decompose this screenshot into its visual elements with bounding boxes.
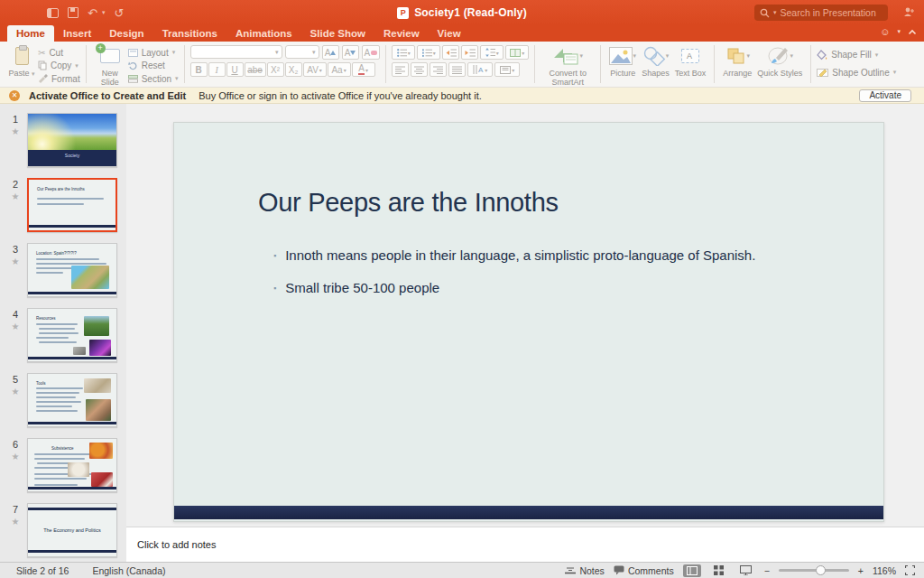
slide-5-thumbnail[interactable]: Tools <box>27 373 117 427</box>
numbering-button[interactable]: ▾ <box>417 45 440 60</box>
slide-3-thumbnail[interactable]: Location: Spain?!?!?!? <box>27 243 117 297</box>
zoom-slider-knob[interactable] <box>816 565 826 575</box>
layout-button[interactable]: Layout ▾ <box>128 46 179 59</box>
paste-button[interactable]: Paste ▾ <box>5 45 38 78</box>
slide-counter[interactable]: Slide 2 of 16 <box>16 565 69 576</box>
tab-design[interactable]: Design <box>100 25 152 42</box>
font-name-select[interactable]: ▾ <box>190 45 282 59</box>
slide-body-placeholder[interactable]: ▪ Innoth means people in their language,… <box>273 247 755 297</box>
slide-4-thumbnail[interactable]: Resources <box>27 308 117 362</box>
slideshow-view-button[interactable] <box>737 564 755 577</box>
character-spacing-button[interactable]: AV▾ <box>303 62 327 77</box>
tab-view[interactable]: View <box>429 25 470 42</box>
zoom-out-button[interactable]: − <box>764 565 770 576</box>
notes-placeholder[interactable]: Click to add notes <box>137 539 216 550</box>
slide-sorter-view-button[interactable] <box>710 564 728 577</box>
thumbnail-row-7: 7★ The Economy and Politics <box>7 503 126 559</box>
toggle-notes-button[interactable]: Notes <box>565 565 604 576</box>
subscript-button[interactable]: X₂ <box>285 62 302 77</box>
slide-6-thumbnail[interactable]: Subsistence <box>27 438 117 492</box>
tab-slide-show[interactable]: Slide Show <box>301 25 374 42</box>
share-icon[interactable] <box>902 6 915 17</box>
slide-editor-area[interactable]: Our Peeps are the Innoths ▪ Innoth means… <box>126 104 924 527</box>
zoom-slider[interactable] <box>779 569 849 572</box>
tab-home[interactable]: Home <box>7 25 54 42</box>
decrease-indent-button[interactable] <box>442 45 459 60</box>
columns-button[interactable]: ▾ <box>505 45 529 60</box>
align-center-button[interactable] <box>411 62 428 77</box>
text-direction-button[interactable]: A ▾ <box>467 62 493 77</box>
tab-animations[interactable]: Animations <box>226 25 301 42</box>
transition-star-icon: ★ <box>12 126 20 136</box>
bullet-item: ▪ Innoth means people in their language,… <box>273 247 755 265</box>
bold-button[interactable]: B <box>190 62 208 77</box>
language-indicator[interactable]: English (Canada) <box>92 565 165 576</box>
search-input[interactable]: ▾ Search in Presentation <box>754 5 888 21</box>
picture-button[interactable]: ▾ Picture <box>606 45 639 78</box>
slide-thumbnail-pane[interactable]: 1★ Society 2★ Our Peeps are the Innoths … <box>0 104 126 562</box>
convert-to-smartart-button[interactable]: ▾ Convert to SmartArt <box>541 45 595 88</box>
svg-text:A: A <box>687 51 692 61</box>
tab-review[interactable]: Review <box>374 25 429 42</box>
superscript-button[interactable]: X² <box>267 62 284 77</box>
feedback-smiley-icon[interactable]: ☺ <box>880 26 890 37</box>
normal-view-button[interactable] <box>683 564 701 577</box>
transition-star-icon: ★ <box>12 452 20 461</box>
bullets-button[interactable]: ▾ <box>392 45 415 60</box>
italic-button[interactable]: I <box>208 62 226 77</box>
increase-indent-button[interactable] <box>461 45 478 60</box>
redo-icon[interactable]: ↺ <box>114 7 124 19</box>
slides-group: New Slide Layout ▾ Reset Section ▾ <box>87 42 184 87</box>
quick-styles-button[interactable]: ▾ Quick Styles <box>754 45 805 78</box>
format-painter-button[interactable]: Format <box>38 72 80 85</box>
text-box-button[interactable]: A Text Box <box>672 45 709 78</box>
current-slide-canvas[interactable]: Our Peeps are the Innoths ▪ Innoth means… <box>173 122 884 522</box>
arrange-button[interactable]: ▾ Arrange <box>720 45 754 78</box>
reset-button[interactable]: Reset <box>128 60 179 72</box>
search-scope-caret-icon[interactable]: ▾ <box>773 9 777 16</box>
new-slide-icon <box>100 49 120 63</box>
new-slide-button[interactable]: New Slide <box>92 45 128 88</box>
shape-fill-button[interactable]: Shape Fill ▾ <box>817 49 896 61</box>
cut-button[interactable]: ✂ Cut <box>38 46 80 59</box>
align-text-button[interactable]: ▾ <box>494 62 520 77</box>
underline-button[interactable]: U <box>226 62 244 77</box>
font-size-select[interactable]: ▾ <box>285 45 319 59</box>
align-left-button[interactable] <box>392 62 409 77</box>
slide-1-thumbnail[interactable]: Society <box>27 113 117 167</box>
slide-title[interactable]: Our Peeps are the Innoths <box>258 188 559 218</box>
zoom-percentage[interactable]: 116% <box>873 565 896 576</box>
justify-button[interactable] <box>448 62 466 77</box>
section-button[interactable]: Section ▾ <box>128 72 179 85</box>
undo-icon[interactable]: ↶ <box>88 7 97 19</box>
align-right-button[interactable] <box>430 62 447 77</box>
slide-7-thumbnail[interactable]: The Economy and Politics <box>27 503 117 557</box>
bullet-text: Innoth means people in their language, a… <box>285 247 755 263</box>
powerpoint-doc-icon: P <box>397 7 409 19</box>
change-case-button[interactable]: Aa▾ <box>328 62 351 77</box>
undo-caret-icon[interactable]: ▾ <box>102 9 106 16</box>
clipboard-group: Paste ▾ ✂ Cut Copy ▾ Format <box>0 42 86 87</box>
fit-slide-to-window-button[interactable] <box>905 565 915 575</box>
collapse-ribbon-icon[interactable] <box>908 29 917 35</box>
font-color-button[interactable]: A▾ <box>352 62 375 77</box>
tab-transitions[interactable]: Transitions <box>153 25 226 42</box>
notes-pane[interactable]: Click to add notes <box>126 527 924 562</box>
clear-formatting-button[interactable]: A <box>362 45 381 60</box>
tab-insert[interactable]: Insert <box>54 25 100 42</box>
line-spacing-button[interactable]: ▾ <box>480 45 504 60</box>
shrink-font-button[interactable]: A <box>342 45 359 60</box>
grow-font-button[interactable]: A <box>322 45 339 60</box>
slide-2-thumbnail-selected[interactable]: Our Peeps are the Innoths <box>27 178 117 232</box>
copy-button[interactable]: Copy ▾ <box>38 60 80 72</box>
activate-button[interactable]: Activate <box>859 89 911 102</box>
save-icon[interactable] <box>68 7 79 18</box>
paste-caret-icon[interactable]: ▾ <box>32 70 35 77</box>
zoom-in-button[interactable]: + <box>858 565 864 576</box>
strikethrough-button[interactable]: abe <box>245 62 266 77</box>
shape-outline-button[interactable]: Shape Outline ▾ <box>817 66 896 79</box>
shapes-button[interactable]: ▾ Shapes <box>639 45 672 78</box>
toggle-comments-button[interactable]: Comments <box>614 565 674 576</box>
window-layout-icon[interactable] <box>47 8 59 18</box>
feedback-caret-icon[interactable]: ▾ <box>897 28 901 35</box>
